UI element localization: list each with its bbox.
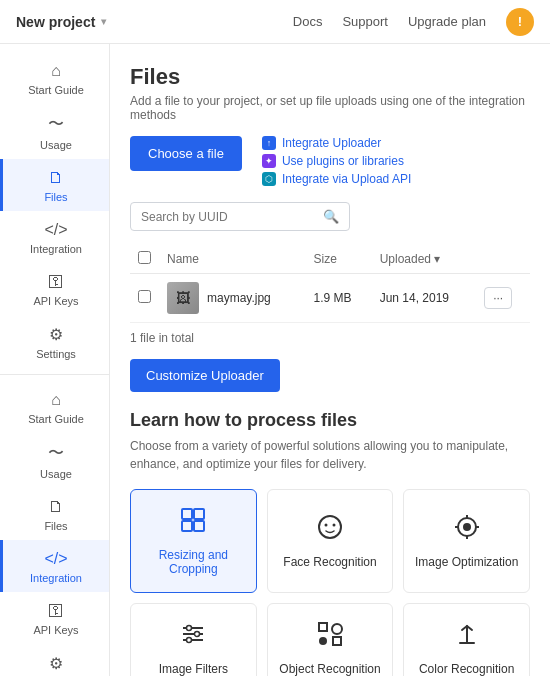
customize-uploader-button[interactable]: Customize Uploader (130, 359, 280, 392)
file-thumbnail (167, 282, 199, 314)
sidebar-item-usage[interactable]: 〜 Usage (0, 104, 109, 159)
learn-title: Learn how to process files (130, 410, 530, 431)
integrate-uploader-link[interactable]: ↑ Integrate Uploader (262, 136, 411, 150)
top-nav: New project ▾ Docs Support Upgrade plan … (0, 0, 550, 44)
svg-point-22 (319, 637, 327, 645)
sidebar-label: API Keys (33, 295, 78, 307)
svg-rect-19 (319, 623, 327, 631)
sidebar-label: Start Guide (28, 413, 84, 425)
integrate-uploader-label: Integrate Uploader (282, 136, 381, 150)
face-icon (316, 513, 344, 547)
card-label: Face Recognition (283, 555, 376, 569)
table-row: maymay.jpg 1.9 MB Jun 14, 2019 ··· (130, 274, 530, 323)
row-actions-cell: ··· (476, 274, 530, 323)
sidebar-label: Files (44, 520, 67, 532)
sidebar-label: Settings (36, 348, 76, 360)
table-header-actions (476, 245, 530, 274)
svg-point-21 (332, 624, 342, 634)
row-actions-button[interactable]: ··· (484, 287, 512, 309)
search-input[interactable] (141, 210, 317, 224)
svg-point-4 (319, 516, 341, 538)
plugins-dot: ✦ (262, 154, 276, 168)
row-checkbox[interactable] (138, 290, 151, 303)
card-object-recognition[interactable]: Object Recognition (267, 603, 394, 676)
learn-subtitle: Choose from a variety of powerful soluti… (130, 437, 530, 473)
sidebar-label: Usage (40, 139, 72, 151)
integration-links: ↑ Integrate Uploader ✦ Use plugins or li… (262, 136, 411, 186)
sidebar-item-api-keys-2[interactable]: ⚿ API Keys (0, 592, 109, 644)
sidebar-item-files-2[interactable]: 🗋 Files (0, 488, 109, 540)
optimization-icon (453, 513, 481, 547)
sidebar-label: Integration (30, 243, 82, 255)
project-selector[interactable]: New project ▾ (16, 14, 106, 30)
file-table: Name Size Uploaded ▾ maymay.jpg (130, 245, 530, 323)
layout: ⌂ Start Guide 〜 Usage 🗋 Files </> Integr… (0, 44, 550, 676)
upload-api-label: Integrate via Upload API (282, 172, 411, 186)
docs-link[interactable]: Docs (293, 14, 323, 29)
svg-rect-1 (194, 509, 204, 519)
svg-point-5 (324, 524, 327, 527)
support-link[interactable]: Support (342, 14, 388, 29)
home-icon: ⌂ (51, 62, 61, 80)
main-content: Files Add a file to your project, or set… (110, 44, 550, 676)
uploader-dot: ↑ (262, 136, 276, 150)
upload-api-link[interactable]: ⬡ Integrate via Upload API (262, 172, 411, 186)
page-subtitle: Add a file to your project, or set up fi… (130, 94, 530, 122)
card-resizing-cropping[interactable]: Resizing and Cropping (130, 489, 257, 593)
sidebar-item-integration[interactable]: </> Integration (0, 211, 109, 263)
svg-rect-24 (459, 642, 475, 644)
settings-icon: ⚙ (49, 325, 63, 344)
sidebar-item-files[interactable]: 🗋 Files (0, 159, 109, 211)
card-label: Object Recognition (279, 662, 380, 676)
table-header-size: Size (306, 245, 372, 274)
card-image-optimization[interactable]: Image Optimization (403, 489, 530, 593)
row-size-cell: 1.9 MB (306, 274, 372, 323)
sidebar-item-api-keys[interactable]: ⚿ API Keys (0, 263, 109, 315)
key-icon: ⚿ (48, 273, 64, 291)
color-icon (453, 620, 481, 654)
sidebar-item-settings-2[interactable]: ⚙ Settings (0, 644, 109, 676)
use-plugins-label: Use plugins or libraries (282, 154, 404, 168)
svg-point-7 (463, 523, 471, 531)
card-face-recognition[interactable]: Face Recognition (267, 489, 394, 593)
settings-icon-2: ⚙ (49, 654, 63, 673)
svg-rect-2 (182, 521, 192, 531)
row-uploaded-cell: Jun 14, 2019 (372, 274, 476, 323)
sidebar-item-integration-2[interactable]: </> Integration (0, 540, 109, 592)
svg-rect-20 (333, 637, 341, 645)
object-icon (316, 620, 344, 654)
sidebar-label: Start Guide (28, 84, 84, 96)
upgrade-link[interactable]: Upgrade plan (408, 14, 486, 29)
card-label: Color Recognition (419, 662, 514, 676)
resizing-icon (179, 506, 207, 540)
card-color-recognition[interactable]: Color Recognition (403, 603, 530, 676)
files-top: Choose a file ↑ Integrate Uploader ✦ Use… (130, 136, 530, 186)
table-header-name: Name (159, 245, 306, 274)
sidebar-label: API Keys (33, 624, 78, 636)
svg-point-16 (187, 626, 192, 631)
card-image-filters[interactable]: Image Filters (130, 603, 257, 676)
svg-point-6 (332, 524, 335, 527)
svg-rect-3 (194, 521, 204, 531)
sidebar-item-start-guide[interactable]: ⌂ Start Guide (0, 52, 109, 104)
sidebar-label: Files (44, 191, 67, 203)
avatar[interactable]: ! (506, 8, 534, 36)
sidebar-item-usage-2[interactable]: 〜 Usage (0, 433, 109, 488)
choose-file-button[interactable]: Choose a file (130, 136, 242, 171)
integration-icon: </> (44, 221, 67, 239)
use-plugins-link[interactable]: ✦ Use plugins or libraries (262, 154, 411, 168)
card-label: Image Optimization (415, 555, 518, 569)
card-label: Image Filters (159, 662, 228, 676)
search-icon: 🔍 (323, 209, 339, 224)
files-icon: 🗋 (48, 169, 64, 187)
select-all-checkbox[interactable] (138, 251, 151, 264)
avatar-initials: ! (518, 14, 522, 29)
table-header-uploaded[interactable]: Uploaded ▾ (372, 245, 476, 274)
nav-links: Docs Support Upgrade plan ! (293, 8, 534, 36)
home-icon-2: ⌂ (51, 391, 61, 409)
files-icon-2: 🗋 (48, 498, 64, 516)
usage-icon-2: 〜 (48, 443, 64, 464)
sidebar-item-start-guide-2[interactable]: ⌂ Start Guide (0, 381, 109, 433)
project-label: New project (16, 14, 95, 30)
sidebar-item-settings[interactable]: ⚙ Settings (0, 315, 109, 368)
